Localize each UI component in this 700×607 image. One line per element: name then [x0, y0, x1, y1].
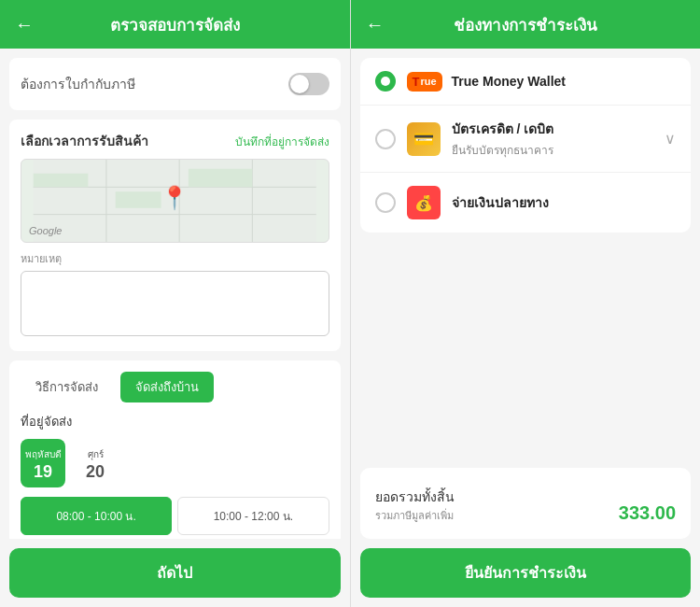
truemoney-logo: T rue	[407, 72, 442, 92]
card-chevron-icon: ∨	[665, 130, 676, 148]
day-label-thu: พฤหัสบดี	[25, 447, 62, 461]
true-rest: rue	[420, 76, 436, 87]
left-panel: ← ตรวจสอบการจัดส่ง ต้องการใบกำกับภาษี เล…	[0, 0, 350, 607]
date-num-19: 19	[34, 463, 52, 480]
summary-section: ยอดรวมทั้งสิ้น รวมภาษีมูลค่าเพิ่ม 333.00…	[360, 468, 692, 598]
date-num-20: 20	[86, 463, 105, 480]
svg-rect-7	[116, 191, 161, 208]
card-info: บัตรเครดิต / เดบิต ยืนรับบัตรทุกธนาคาร	[452, 119, 665, 159]
summary-row: ยอดรวมทั้งสิ้น รวมภาษีมูลค่าเพิ่ม 333.00	[375, 479, 677, 528]
truemoney-name: True Money Wallet	[452, 74, 676, 89]
summary-sub-label: รวมภาษีมูลค่าเพิ่ม	[375, 507, 455, 524]
tax-toggle[interactable]	[288, 73, 329, 95]
cash-info: จ่ายเงินปลายทาง	[452, 192, 677, 213]
next-button[interactable]: ถัดไป	[9, 548, 341, 598]
delivery-time-card: เลือกเวลาการรับสินค้า บันทึกที่อยู่การจั…	[9, 120, 341, 351]
card-name: บัตรเครดิต / เดบิต	[452, 119, 665, 139]
payment-option-truemoney[interactable]: T rue True Money Wallet	[360, 58, 692, 106]
tab-home-delivery[interactable]: จัดส่งถึงบ้าน	[120, 372, 214, 402]
card-icon: 💳	[407, 122, 441, 156]
payment-option-card[interactable]: 💳 บัตรเครดิต / เดบิต ยืนรับบัตรทุกธนาคาร…	[360, 106, 692, 173]
radio-cash	[375, 192, 396, 213]
map-pin: 📍	[161, 185, 189, 211]
note-label: หมายเหตุ	[21, 250, 329, 267]
time-slot-1[interactable]: 10:00 - 12:00 น.	[177, 497, 329, 535]
back-arrow-right[interactable]: ←	[366, 14, 385, 35]
radio-card	[375, 129, 396, 149]
summary-card: ยอดรวมทั้งสิ้น รวมภาษีมูลค่าเพิ่ม 333.00	[360, 468, 692, 539]
day-label-fri: ศุกร์	[88, 447, 104, 461]
true-t-letter: T	[413, 75, 420, 89]
delivery-method-card: วิธีการจัดส่ง จัดส่งถึงบ้าน ที่อยู่จัดส่…	[9, 360, 341, 539]
cash-icon: 💰	[407, 186, 441, 219]
google-label: Google	[29, 225, 62, 236]
date-friday[interactable]: ศุกร์ 20	[73, 439, 118, 487]
truemoney-info: True Money Wallet	[452, 74, 676, 89]
radio-inner-truemoney	[381, 77, 390, 86]
payment-content: T rue True Money Wallet 💳 บัตรเครดิต / เ…	[351, 49, 701, 607]
left-header: ← ตรวจสอบการจัดส่ง	[0, 0, 350, 49]
time-grid: 08:00 - 10:00 น. 10:00 - 12:00 น. 12:00 …	[21, 497, 329, 539]
summary-label-group: ยอดรวมทั้งสิ้น รวมภาษีมูลค่าเพิ่ม	[375, 487, 455, 524]
back-arrow-left[interactable]: ←	[15, 14, 34, 35]
save-address-link[interactable]: บันทึกที่อยู่การจัดส่ง	[235, 133, 329, 150]
delivery-section-header: เลือกเวลาการรับสินค้า บันทึกที่อยู่การจั…	[21, 131, 329, 151]
note-textarea[interactable]	[21, 271, 329, 336]
tax-label: ต้องการใบกำกับภาษี	[21, 74, 135, 94]
left-content: ต้องการใบกำกับภาษี เลือกเวลาการรับสินค้า…	[0, 49, 350, 539]
address-label: ที่อยู่จัดส่ง	[21, 412, 329, 431]
right-panel: ← ช่องทางการชำระเงิน T rue True Money Wa…	[351, 0, 701, 607]
time-slot-0[interactable]: 08:00 - 10:00 น.	[21, 497, 172, 535]
payment-option-cash[interactable]: 💰 จ่ายเงินปลายทาง	[360, 173, 692, 233]
right-header-title: ช่องทางการชำระเงิน	[385, 12, 667, 37]
tab-delivery-method[interactable]: วิธีการจัดส่ง	[21, 372, 113, 402]
svg-rect-8	[189, 169, 252, 188]
method-tabs: วิธีการจัดส่ง จัดส่งถึงบ้าน	[21, 372, 329, 402]
right-header: ← ช่องทางการชำระเงิน	[351, 0, 701, 49]
summary-total-label: ยอดรวมทั้งสิ้น	[375, 487, 455, 507]
left-header-title: ตรวจสอบการจัดส่ง	[34, 12, 316, 37]
map-placeholder: 📍 Google	[21, 159, 329, 243]
tax-card: ต้องการใบกำกับภาษี	[9, 58, 341, 110]
radio-truemoney	[375, 71, 396, 92]
payment-options-card: T rue True Money Wallet 💳 บัตรเครดิต / เ…	[360, 58, 692, 233]
date-row: พฤหัสบดี 19 ศุกร์ 20	[21, 439, 329, 487]
card-sub: ยืนรับบัตรทุกธนาคาร	[452, 141, 665, 159]
summary-amount: 333.00	[619, 502, 676, 524]
cash-name: จ่ายเงินปลายทาง	[452, 192, 677, 213]
tax-row: ต้องการใบกำกับภาษี	[21, 69, 329, 99]
svg-rect-6	[34, 174, 89, 188]
spacer	[360, 242, 692, 459]
date-thursday[interactable]: พฤหัสบดี 19	[21, 439, 65, 487]
confirm-payment-button[interactable]: ยืนยันการชำระเงิน	[360, 548, 692, 598]
delivery-section-title: เลือกเวลาการรับสินค้า	[21, 131, 148, 151]
